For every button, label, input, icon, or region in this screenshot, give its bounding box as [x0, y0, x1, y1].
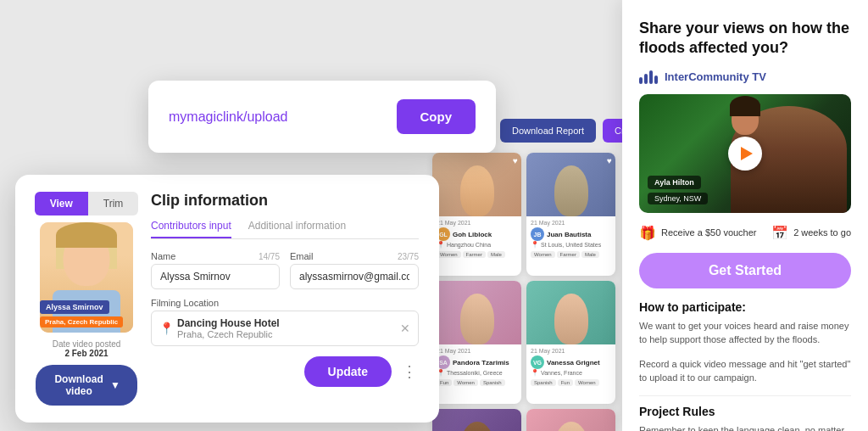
- project-rules-text: Remember to keep the language clean, no …: [639, 423, 851, 431]
- clip-actions: Update ⋮: [151, 356, 419, 387]
- download-video-button[interactable]: Download video ▼: [36, 365, 137, 406]
- card-location-3: Thessaloniki, Greece: [447, 370, 503, 376]
- right-panel: Share your views on how the floods affec…: [622, 0, 868, 431]
- date-posted-info: Date video posted 2 Feb 2021: [53, 339, 121, 358]
- clip-form-title: Clip information: [151, 192, 419, 210]
- person-name-badge: Alyssa Smirnov: [40, 300, 109, 314]
- video-person-hair: [730, 96, 760, 116]
- clip-form: Clip information Contributors input Addi…: [151, 192, 419, 387]
- clear-location-button[interactable]: ✕: [400, 322, 410, 335]
- person-card-4[interactable]: 21 May 2021 VG Vanessa Grignet 📍 Vannes,…: [526, 281, 615, 404]
- video-person-name: Ayla Hilton: [648, 176, 701, 189]
- avatar-4: VG: [531, 355, 544, 369]
- card-location-2: St Louis, United States: [541, 242, 601, 248]
- location-pin-icon: 📍: [159, 322, 174, 335]
- time-left-text: 2 weeks to go: [793, 227, 851, 238]
- how-to-title: How to participate:: [639, 300, 851, 314]
- view-button[interactable]: View: [35, 192, 88, 216]
- email-input[interactable]: [290, 264, 419, 289]
- copy-button[interactable]: Copy: [397, 99, 476, 134]
- person-card-3[interactable]: 21 May 2021 SA Pandora Tzarimis 📍 Thessa…: [432, 281, 521, 404]
- card-location-4: Vannes, France: [541, 370, 582, 376]
- brand-name: InterCommunity TV: [665, 70, 766, 83]
- tag-male-1: Male: [487, 251, 505, 258]
- avatar-2: JB: [531, 227, 544, 241]
- divider-1: [639, 395, 851, 396]
- person-card-6[interactable]: 19 May 2021 AP Alya Fyne Gould 📍 Nelson,…: [526, 409, 615, 431]
- play-button[interactable]: [728, 137, 762, 171]
- tab-contributors[interactable]: Contributors input: [151, 220, 231, 238]
- get-started-button[interactable]: Get Started: [639, 253, 851, 288]
- voucher-row: 🎁 Receive a $50 voucher 📅 2 weeks to go: [639, 225, 851, 241]
- card-date: 21 May 2021: [437, 220, 517, 226]
- person-cards-grid: ♥ 21 May 2021 GL Goh Liblock 📍 Hangzhou …: [432, 153, 615, 431]
- name-char-count: 14/75: [259, 252, 280, 261]
- copy-link-input[interactable]: [169, 109, 387, 125]
- card-name-4: Vanessa Grignet: [547, 359, 600, 367]
- card-date-2: 21 May 2021: [531, 220, 611, 226]
- project-rules-title: Project Rules: [639, 405, 851, 418]
- time-left-item: 📅 2 weeks to go: [771, 225, 851, 241]
- play-triangle-icon: [741, 147, 753, 160]
- name-label: Name: [151, 251, 175, 261]
- how-to-text: We want to get your voices heard and rai…: [639, 319, 851, 347]
- card-name-1: Goh Liblock: [453, 231, 492, 238]
- person-card-1[interactable]: ♥ 21 May 2021 GL Goh Liblock 📍 Hangzhou …: [432, 153, 521, 276]
- tag-spanish-3: Spanish: [480, 379, 505, 386]
- card-date-3: 21 May 2021: [437, 348, 517, 354]
- filming-label: Filming Location: [151, 298, 219, 308]
- video-person-location: Sydney, NSW: [648, 193, 708, 204]
- card-date-4: 21 May 2021: [531, 348, 611, 354]
- tag-fun-4: Fun: [558, 379, 573, 386]
- update-button[interactable]: Update: [304, 356, 392, 387]
- tag-women-1: Women: [437, 251, 461, 258]
- card-name-2: Juan Bautista: [547, 231, 591, 238]
- location-display[interactable]: Dancing House Hotel Praha, Czech Republi…: [151, 311, 419, 346]
- person-card-2[interactable]: ♥ 21 May 2021 JB Juan Bautista 📍 St Loui…: [526, 153, 615, 276]
- download-report-button[interactable]: Download Report: [500, 119, 596, 143]
- tag-women-2: Women: [531, 251, 555, 258]
- record-text: Record a quick video message and hit "ge…: [639, 357, 851, 385]
- panel-title: Share your views on how the floods affec…: [639, 19, 851, 59]
- clip-tabs: Contributors input Additional informatio…: [151, 220, 419, 239]
- person-photo: Alyssa Smirnov Praha, Czech Republic: [40, 222, 133, 333]
- video-thumbnail[interactable]: Ayla Hilton Sydney, NSW: [639, 94, 851, 213]
- name-field-group: Name 14/75: [151, 251, 280, 289]
- chevron-down-icon: ▼: [110, 379, 120, 391]
- card-name-3: Pandora Tzarimis: [453, 359, 509, 367]
- tag-farmer-2: Farmer: [557, 251, 580, 258]
- tag-spanish-4: Spanish: [531, 379, 556, 386]
- trim-button[interactable]: Trim: [88, 192, 139, 216]
- email-field-group: Email 23/75: [290, 251, 419, 289]
- more-options-button[interactable]: ⋮: [402, 362, 419, 381]
- brand-icon: [639, 70, 658, 84]
- name-input[interactable]: [151, 264, 280, 289]
- calendar-icon: 📅: [771, 225, 788, 241]
- voucher-text: Receive a $50 voucher: [661, 227, 757, 238]
- tag-women-3: Women: [453, 379, 478, 386]
- gift-icon: 🎁: [639, 225, 656, 241]
- person-location-badge: Praha, Czech Republic: [40, 316, 123, 327]
- clip-info-modal: View Trim Alyssa Smirnov Praha: [15, 175, 439, 423]
- email-char-count: 23/75: [398, 252, 419, 261]
- location-input-wrapper: 📍 Dancing House Hotel Praha, Czech Repub…: [151, 311, 419, 346]
- tag-male-2: Male: [581, 251, 599, 258]
- copy-bar: Copy: [148, 81, 496, 153]
- email-label: Email: [290, 251, 314, 261]
- tag-women-4: Women: [575, 379, 599, 386]
- filming-location-group: Filming Location 📍 Dancing House Hotel P…: [151, 298, 419, 346]
- voucher-item: 🎁 Receive a $50 voucher: [639, 225, 757, 241]
- brand-row: InterCommunity TV: [639, 70, 851, 84]
- card-location-1: Hangzhou China: [447, 242, 491, 248]
- name-email-row: Name 14/75 Email 23/75: [151, 251, 419, 289]
- tag-farmer-1: Farmer: [463, 251, 486, 258]
- tab-additional[interactable]: Additional information: [248, 220, 346, 238]
- person-card-5[interactable]: 19 May 2021 CL Christian Lands 📍 Portlan…: [432, 409, 521, 431]
